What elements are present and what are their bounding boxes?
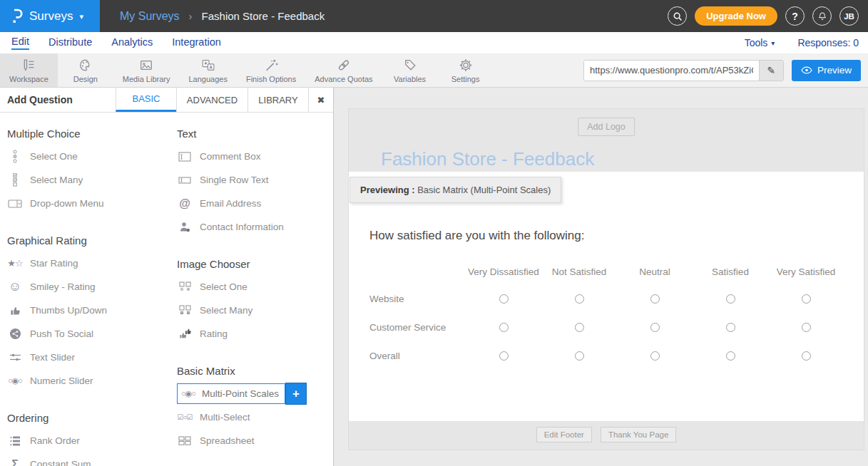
qtype-text-slider[interactable]: Text Slider — [7, 346, 170, 369]
qtype-constant-sum[interactable]: Σ Constant Sum — [7, 452, 170, 466]
product-switcher[interactable]: Surveys ▾ — [0, 0, 100, 32]
advance-quotas-label: Advance Quotas — [315, 75, 372, 83]
pencil-icon: ✎ — [767, 65, 776, 76]
toolbar-design[interactable]: Design — [58, 53, 113, 87]
toolbar-finish-options[interactable]: Finish Options — [237, 53, 305, 87]
qtype-label: Select One — [200, 281, 247, 292]
edit-url-button[interactable]: ✎ — [759, 61, 783, 81]
thank-you-page-button[interactable]: Thank You Page — [601, 427, 676, 442]
qtype-image-select-one[interactable]: Select One — [177, 275, 339, 299]
tab-distribute[interactable]: Distribute — [48, 36, 92, 49]
matrix-header-row: Very Dissatisfied Not Satisfied Neutral … — [369, 259, 864, 284]
toolbar-media-library[interactable]: Media Library — [113, 53, 180, 87]
toolbar-settings[interactable]: Settings — [438, 53, 494, 87]
qtype-rank-order[interactable]: Rank Order — [7, 429, 170, 452]
toolbar-variables[interactable]: Variables — [382, 53, 438, 87]
toolbar-languages[interactable]: Languages — [179, 53, 236, 87]
qtype-star-rating[interactable]: ★☆ Star Rating — [7, 252, 170, 275]
qtype-label: Rank Order — [30, 435, 80, 446]
eye-icon — [801, 66, 812, 74]
responses-count[interactable]: Responses: 0 — [797, 37, 859, 48]
matrix-radio[interactable] — [499, 294, 509, 304]
settings-gear-icon — [458, 58, 474, 73]
qtype-multi-point-scales-selected[interactable]: ○◉○ Multi-Point Scales + — [177, 382, 339, 405]
breadcrumb-current-survey: Fashion Store - Feedback — [202, 10, 325, 22]
qtype-contact-information[interactable]: Contact Information — [177, 215, 339, 239]
checkbox-list-icon — [7, 173, 23, 187]
qtype-thumbs-up-down[interactable]: Thumbs Up/Down — [7, 299, 170, 322]
at-sign-icon: @ — [177, 197, 193, 210]
qtype-select-many[interactable]: Select Many — [7, 168, 170, 192]
matrix-radio[interactable] — [650, 294, 660, 304]
survey-nav: Edit Distribute Analytics Integration To… — [0, 32, 868, 53]
matrix-radio[interactable] — [650, 351, 660, 361]
matrix-radio[interactable] — [726, 351, 735, 361]
chevron-down-icon: ▾ — [771, 39, 775, 47]
qtype-image-rating[interactable]: Rating — [177, 322, 339, 346]
tab-integration[interactable]: Integration — [172, 36, 221, 49]
toolbar-workspace[interactable]: Workspace — [0, 53, 58, 87]
qtype-label: Drop-down Menu — [30, 198, 104, 209]
avatar[interactable]: JB — [839, 6, 859, 26]
qtype-multi-select[interactable]: ☑○☑ Multi-Select — [177, 405, 339, 429]
toolbar-advance-quotas[interactable]: Advance Quotas — [305, 53, 382, 87]
breadcrumb-my-surveys[interactable]: My Surveys — [120, 10, 180, 23]
matrix-radio[interactable] — [499, 323, 509, 332]
matrix-radio[interactable] — [575, 294, 584, 304]
add-logo-button[interactable]: Add Logo — [578, 118, 635, 136]
matrix-radio[interactable] — [575, 351, 584, 361]
matrix-radio[interactable] — [726, 323, 735, 332]
media-library-label: Media Library — [123, 75, 170, 83]
qtype-numeric-slider[interactable]: ○◉○ Numeric Slider — [7, 369, 170, 393]
qtype-select-one[interactable]: Select One — [7, 145, 170, 168]
matrix-radio[interactable] — [575, 323, 584, 332]
dropdown-icon — [7, 200, 23, 208]
tab-library[interactable]: LIBRARY — [247, 88, 308, 112]
matrix-radio[interactable] — [802, 294, 811, 304]
survey-title[interactable]: Fashion Store - Feedback — [381, 148, 594, 170]
tab-advanced[interactable]: ADVANCED — [176, 88, 247, 112]
image-select-many-icon — [177, 305, 193, 316]
qtype-smiley-rating[interactable]: ☺ Smiley - Rating — [7, 275, 170, 299]
section-multiple-choice: Multiple Choice — [7, 127, 170, 141]
qtype-dropdown-menu[interactable]: Drop-down Menu — [7, 192, 170, 215]
matrix-row-label: Overall — [369, 351, 466, 361]
matrix-row-website: Website — [369, 284, 864, 313]
matrix-column-header: Very Satisfied — [768, 266, 844, 277]
workspace-icon — [21, 58, 36, 73]
survey-preview-area: Add Logo Fashion Store - Feedback How sa… — [334, 88, 868, 466]
qtype-email-address[interactable]: @ Email Address — [177, 192, 339, 215]
edit-footer-button[interactable]: Edit Footer — [536, 427, 592, 442]
matrix-radio[interactable] — [499, 351, 509, 361]
survey-url-input[interactable] — [584, 61, 759, 81]
qtype-label: Multi-Point Scales — [202, 388, 279, 399]
qtype-label: Numeric Slider — [30, 376, 93, 386]
qtype-spreadsheet[interactable]: Spreadsheet — [177, 429, 339, 452]
add-multi-point-scales-button[interactable]: + — [285, 383, 307, 405]
numeric-slider-icon: ○◉○ — [7, 376, 23, 385]
preview-button[interactable]: Preview — [792, 60, 861, 81]
tab-edit[interactable]: Edit — [11, 36, 29, 50]
close-panel-button[interactable]: ✖ — [308, 88, 333, 112]
upgrade-now-button[interactable]: Upgrade Now — [695, 6, 777, 26]
tools-menu[interactable]: Tools ▾ — [745, 37, 775, 48]
matrix-column-header: Not Satisfied — [541, 266, 617, 277]
matrix-radio[interactable] — [726, 294, 735, 304]
qtype-comment-box[interactable]: Comment Box — [177, 145, 339, 168]
tab-analytics[interactable]: Analytics — [111, 36, 153, 49]
previewing-badge: Previewing : Basic Matrix (Multi-Point S… — [349, 177, 561, 203]
toolbar-right: ✎ Preview — [583, 53, 868, 87]
multi-point-scales-box[interactable]: ○◉○ Multi-Point Scales — [177, 383, 285, 404]
matrix-radio[interactable] — [802, 323, 811, 332]
qtype-image-select-many[interactable]: Select Many — [177, 299, 339, 322]
qtype-single-row-text[interactable]: Single Row Text — [177, 168, 339, 192]
qtype-label: Single Row Text — [200, 175, 269, 185]
matrix-radio[interactable] — [650, 323, 660, 332]
tab-basic[interactable]: BASIC — [116, 88, 176, 112]
radio-list-icon — [7, 150, 23, 163]
qtype-push-to-social[interactable]: Push To Social — [7, 322, 170, 346]
matrix-radio[interactable] — [802, 351, 811, 361]
help-button[interactable]: ? — [785, 6, 805, 26]
notifications-button[interactable] — [812, 6, 832, 26]
search-button[interactable] — [668, 6, 687, 26]
